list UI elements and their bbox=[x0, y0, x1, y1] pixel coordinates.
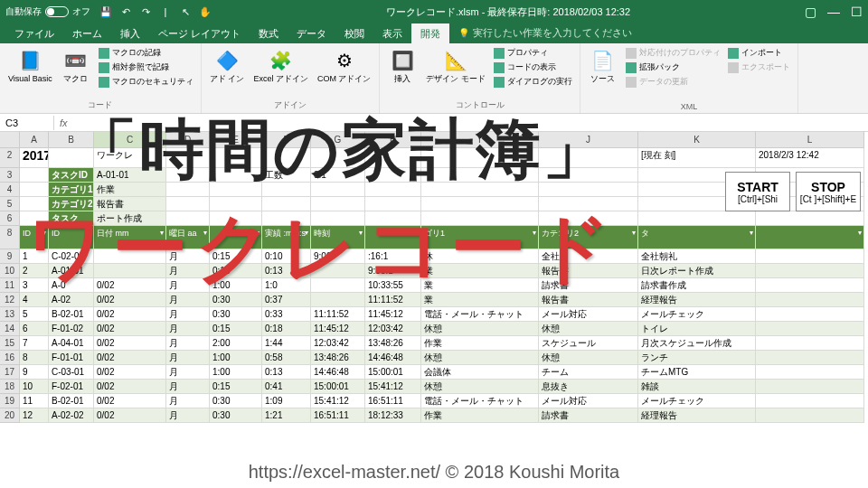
cell[interactable]: 全社朝礼 bbox=[638, 249, 756, 264]
cell[interactable]: 0:15 bbox=[210, 322, 262, 336]
cell[interactable]: 0:30 bbox=[210, 394, 262, 408]
cell[interactable]: 作業 bbox=[421, 408, 539, 423]
cell[interactable]: トイレ bbox=[638, 322, 756, 336]
cell[interactable] bbox=[311, 211, 365, 226]
cell[interactable]: 2:00 bbox=[210, 336, 262, 351]
cell[interactable]: 月 bbox=[166, 264, 210, 278]
cell[interactable] bbox=[311, 278, 365, 293]
cell[interactable]: カテゴリ2 bbox=[49, 197, 94, 211]
cell[interactable]: 月 bbox=[166, 380, 210, 394]
cell[interactable]: 全社 bbox=[539, 249, 638, 264]
cell[interactable]: 15:00:01 bbox=[365, 365, 421, 380]
row-header[interactable]: 18 bbox=[0, 380, 20, 394]
hand-icon[interactable]: ✋ bbox=[199, 5, 212, 18]
row-header[interactable]: 14 bbox=[0, 322, 20, 336]
cell[interactable]: 0/02 bbox=[94, 365, 166, 380]
cell[interactable]: [現在 刻] bbox=[638, 148, 756, 168]
cell[interactable]: 0:13 bbox=[262, 365, 311, 380]
cell[interactable] bbox=[365, 148, 421, 168]
cell[interactable]: 0:13 bbox=[262, 264, 311, 278]
column-filter[interactable]: 曜日 aa bbox=[166, 226, 210, 249]
ribbon-options-icon[interactable]: ▢ bbox=[805, 5, 816, 18]
cell[interactable] bbox=[262, 197, 311, 211]
cell[interactable]: 工数 bbox=[262, 168, 311, 183]
macro-security-button[interactable]: マクロのセキュリティ bbox=[97, 75, 195, 89]
cell[interactable]: 0:30 bbox=[210, 307, 262, 322]
row-header[interactable]: 12 bbox=[0, 293, 20, 307]
cell[interactable]: 0:30 bbox=[210, 293, 262, 307]
cell[interactable]: チームMTG bbox=[638, 365, 756, 380]
cell[interactable]: 作業 bbox=[94, 183, 166, 197]
cell[interactable]: 15:41:12 bbox=[365, 380, 421, 394]
cell[interactable]: F-01-01 bbox=[49, 351, 94, 365]
cell[interactable]: 15:41:12 bbox=[311, 394, 365, 408]
cell[interactable]: 1:44 bbox=[262, 336, 311, 351]
cell[interactable]: 0:15 bbox=[210, 380, 262, 394]
cell[interactable] bbox=[166, 197, 210, 211]
cell[interactable]: 15:00:01 bbox=[311, 380, 365, 394]
cell[interactable]: 会議体 bbox=[421, 365, 539, 380]
row-header[interactable]: 3 bbox=[0, 168, 20, 183]
cell[interactable]: 報告書 bbox=[539, 264, 638, 278]
view-code-button[interactable]: コードの表示 bbox=[492, 61, 574, 74]
cell[interactable]: 11:11:52 bbox=[311, 307, 365, 322]
column-filter[interactable]: 時刻 bbox=[311, 226, 365, 249]
cell[interactable]: 1 bbox=[20, 249, 49, 264]
row-header[interactable]: 2 bbox=[0, 148, 20, 168]
row-header[interactable]: 8 bbox=[0, 226, 20, 249]
design-mode-button[interactable]: 📐デザイン モード bbox=[423, 46, 488, 86]
cell[interactable]: ランチ bbox=[638, 351, 756, 365]
row-header[interactable]: 20 bbox=[0, 408, 20, 423]
insert-control-button[interactable]: 🔲挿入 bbox=[385, 46, 420, 86]
cell[interactable]: 請求書 bbox=[539, 408, 638, 423]
cell[interactable]: 0:41 bbox=[262, 380, 311, 394]
cell[interactable]: 14:46:48 bbox=[311, 365, 365, 380]
cell[interactable] bbox=[756, 394, 864, 408]
undo-icon[interactable]: ↶ bbox=[119, 5, 132, 18]
tab-insert[interactable]: 挿入 bbox=[111, 23, 149, 43]
cell[interactable] bbox=[20, 168, 49, 183]
cell[interactable]: 0:33 bbox=[262, 307, 311, 322]
cell[interactable]: A-01-01 bbox=[49, 264, 94, 278]
cell[interactable] bbox=[756, 336, 864, 351]
row-header[interactable]: 16 bbox=[0, 351, 20, 365]
cell[interactable] bbox=[539, 211, 638, 226]
macros-button[interactable]: 📼マクロ bbox=[59, 46, 93, 86]
row-header[interactable]: 11 bbox=[0, 278, 20, 293]
cell[interactable]: 月 bbox=[166, 307, 210, 322]
cell[interactable]: 10:33:55 bbox=[365, 278, 421, 293]
cell[interactable]: 経理報告 bbox=[638, 293, 756, 307]
cell[interactable] bbox=[421, 183, 539, 197]
col-G[interactable]: G bbox=[311, 132, 365, 148]
cell[interactable]: 月 bbox=[166, 322, 210, 336]
cell[interactable]: 雑談 bbox=[638, 380, 756, 394]
cell[interactable]: メール対応 bbox=[539, 394, 638, 408]
tab-view[interactable]: 表示 bbox=[373, 23, 411, 43]
cell[interactable]: メールチェック bbox=[638, 394, 756, 408]
cell[interactable]: 0:58 bbox=[262, 351, 311, 365]
cell[interactable]: 16:51:11 bbox=[311, 408, 365, 423]
cell[interactable]: 0/02 bbox=[94, 307, 166, 322]
run-dialog-button[interactable]: ダイアログの実行 bbox=[492, 75, 574, 89]
cell[interactable]: 休憩 bbox=[421, 380, 539, 394]
cell[interactable]: A-02-02 bbox=[49, 408, 94, 423]
pointer-icon[interactable]: ↖ bbox=[179, 5, 192, 18]
cell[interactable]: 業 bbox=[421, 264, 539, 278]
addins-button[interactable]: 🔷アド イン bbox=[207, 46, 248, 86]
tab-data[interactable]: データ bbox=[288, 23, 335, 43]
cell[interactable] bbox=[756, 408, 864, 423]
cell[interactable]: 月 bbox=[166, 336, 210, 351]
cell[interactable]: 0:15 bbox=[210, 264, 262, 278]
cell[interactable]: 月 bbox=[166, 365, 210, 380]
cell[interactable]: 請求書作成 bbox=[638, 278, 756, 293]
tell-me[interactable]: 実行したい作業を入力してください bbox=[449, 23, 641, 43]
cell[interactable] bbox=[166, 183, 210, 197]
column-filter[interactable] bbox=[210, 226, 262, 249]
cell[interactable] bbox=[94, 249, 166, 264]
cell[interactable]: 0/02 bbox=[94, 394, 166, 408]
cell[interactable]: 業 bbox=[421, 278, 539, 293]
cell[interactable]: 1:21 bbox=[262, 408, 311, 423]
cell[interactable]: 0:18 bbox=[262, 322, 311, 336]
cell[interactable] bbox=[94, 264, 166, 278]
cell[interactable]: 休憩 bbox=[421, 351, 539, 365]
